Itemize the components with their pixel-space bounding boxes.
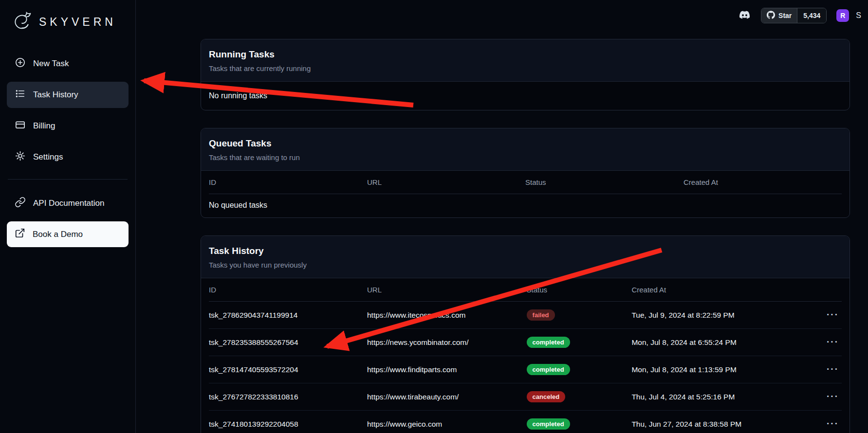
running-tasks-card: Running Tasks Tasks that are currently r… bbox=[201, 39, 850, 110]
task-history-table: ID URL Status Created At tsk_27862904374… bbox=[201, 278, 850, 433]
discord-icon bbox=[738, 10, 751, 21]
row-menu-button[interactable]: ··· bbox=[824, 365, 842, 374]
task-url: https://www.tirabeauty.com/ bbox=[367, 393, 527, 401]
github-star-segment: Star bbox=[761, 8, 797, 23]
brand: SKYVERN bbox=[0, 7, 135, 34]
content: Running Tasks Tasks that are currently r… bbox=[136, 31, 868, 433]
sidebar-item-api-documentation[interactable]: API Documentation bbox=[7, 190, 129, 216]
card-title: Task History bbox=[209, 246, 842, 256]
skyvern-dragon-logo-icon bbox=[12, 10, 34, 34]
sidebar-item-billing[interactable]: Billing bbox=[7, 113, 129, 139]
running-tasks-empty: No running tasks bbox=[201, 82, 850, 110]
user-avatar[interactable]: R bbox=[836, 9, 849, 22]
card-subtitle: Tasks that are currently running bbox=[209, 64, 842, 72]
row-menu-button[interactable]: ··· bbox=[824, 338, 842, 346]
col-created-at: Created At bbox=[683, 178, 842, 186]
col-created-at: Created At bbox=[631, 286, 821, 294]
row-menu-button[interactable]: ··· bbox=[824, 310, 842, 319]
task-url: https://www.itecosmetics.com bbox=[367, 311, 527, 320]
sidebar-item-new-task[interactable]: New Task bbox=[7, 51, 129, 77]
skyvern-app: SKYVERN New Task Task History bbox=[0, 0, 868, 433]
row-actions: ··· bbox=[821, 419, 842, 429]
col-url: URL bbox=[367, 286, 527, 294]
queued-tasks-card: Queued Tasks Tasks that are waiting to r… bbox=[201, 128, 850, 218]
sidebar-item-label: Task History bbox=[33, 90, 78, 100]
status-badge: completed bbox=[527, 418, 570, 430]
queued-tasks-table: ID URL Status Created At No queued tasks bbox=[201, 171, 850, 217]
row-actions: ··· bbox=[821, 392, 842, 401]
col-id: ID bbox=[209, 178, 367, 186]
task-id: tsk_278629043741199914 bbox=[209, 311, 367, 320]
table-row[interactable]: tsk_278147405593572204 https://www.findi… bbox=[209, 356, 842, 383]
card-title: Queued Tasks bbox=[209, 138, 842, 149]
col-status: Status bbox=[525, 178, 683, 186]
status-badge: failed bbox=[527, 309, 555, 321]
task-id: tsk_274180139292204058 bbox=[209, 420, 367, 429]
col-status: Status bbox=[527, 286, 632, 294]
row-actions: ··· bbox=[821, 310, 842, 320]
sidebar-item-label: Settings bbox=[33, 152, 63, 162]
task-created-at: Thu, Jun 27, 2024 at 8:38:58 PM bbox=[631, 420, 821, 429]
external-link-icon bbox=[15, 228, 25, 241]
task-created-at: Tue, Jul 9, 2024 at 8:22:59 PM bbox=[631, 311, 821, 320]
task-id: tsk_276727822333810816 bbox=[209, 393, 367, 401]
table-row[interactable]: tsk_278235388555267564 https://news.ycom… bbox=[209, 329, 842, 356]
sidebar: SKYVERN New Task Task History bbox=[0, 0, 136, 433]
github-icon bbox=[767, 11, 775, 20]
task-id: tsk_278235388555267564 bbox=[209, 338, 367, 347]
row-actions: ··· bbox=[821, 338, 842, 347]
book-a-demo-button[interactable]: Book a Demo bbox=[7, 221, 129, 247]
github-star-label: Star bbox=[778, 12, 792, 19]
status-badge-cell: completed bbox=[527, 364, 632, 375]
sidebar-item-settings[interactable]: Settings bbox=[7, 144, 129, 170]
row-actions: ··· bbox=[821, 365, 842, 374]
table-row[interactable]: tsk_278629043741199914 https://www.iteco… bbox=[209, 302, 842, 329]
status-badge-cell: failed bbox=[527, 309, 632, 321]
link-icon bbox=[15, 197, 26, 210]
task-created-at: Thu, Jul 4, 2024 at 5:25:16 PM bbox=[631, 393, 821, 401]
task-url: https://www.finditparts.com bbox=[367, 365, 527, 374]
brand-name: SKYVERN bbox=[39, 16, 116, 29]
user-label-partial: S bbox=[856, 11, 861, 20]
card-title: Running Tasks bbox=[209, 49, 842, 60]
status-badge-cell: completed bbox=[527, 337, 632, 348]
running-tasks-header: Running Tasks Tasks that are currently r… bbox=[201, 39, 850, 82]
credit-card-icon bbox=[15, 119, 26, 133]
gear-icon bbox=[15, 150, 26, 164]
col-id: ID bbox=[209, 286, 367, 294]
queued-tasks-header: Queued Tasks Tasks that are waiting to r… bbox=[201, 128, 850, 171]
list-icon bbox=[15, 88, 26, 102]
col-url: URL bbox=[367, 178, 525, 186]
sidebar-item-label: API Documentation bbox=[33, 198, 104, 208]
github-star-widget[interactable]: Star 5,434 bbox=[761, 8, 827, 23]
task-url: https://www.geico.com bbox=[367, 420, 527, 429]
card-subtitle: Tasks that are waiting to run bbox=[209, 153, 842, 162]
table-row[interactable]: tsk_276727822333810816 https://www.tirab… bbox=[209, 383, 842, 411]
table-header-row: ID URL Status Created At bbox=[209, 278, 842, 302]
table-header-row: ID URL Status Created At bbox=[209, 171, 842, 194]
sidebar-item-label: Billing bbox=[33, 121, 55, 131]
table-row[interactable]: tsk_274180139292204058 https://www.geico… bbox=[209, 411, 842, 433]
row-menu-button[interactable]: ··· bbox=[824, 419, 842, 428]
sidebar-item-task-history[interactable]: Task History bbox=[7, 82, 129, 108]
task-history-card: Task History Tasks you have run previous… bbox=[201, 235, 850, 433]
card-subtitle: Tasks you have run previously bbox=[209, 261, 842, 269]
task-created-at: Mon, Jul 8, 2024 at 1:13:59 PM bbox=[631, 365, 821, 374]
status-badge: completed bbox=[527, 364, 570, 375]
main-area: Star 5,434 R S Running Tasks Tasks that … bbox=[136, 0, 868, 433]
task-url: https://news.ycombinator.com/ bbox=[367, 338, 527, 347]
task-id: tsk_278147405593572204 bbox=[209, 365, 367, 374]
status-badge-cell: completed bbox=[527, 418, 632, 430]
task-history-header: Task History Tasks you have run previous… bbox=[201, 236, 850, 278]
status-badge-cell: canceled bbox=[527, 391, 632, 402]
discord-button[interactable] bbox=[738, 10, 751, 21]
status-badge: completed bbox=[527, 337, 570, 348]
book-a-demo-label: Book a Demo bbox=[33, 230, 83, 239]
queued-tasks-empty: No queued tasks bbox=[209, 194, 842, 217]
row-menu-button[interactable]: ··· bbox=[824, 392, 842, 401]
sidebar-divider bbox=[8, 179, 128, 180]
sidebar-nav: New Task Task History Billing bbox=[0, 51, 135, 170]
status-badge: canceled bbox=[527, 391, 566, 402]
github-star-count: 5,434 bbox=[797, 8, 826, 23]
sidebar-item-label: New Task bbox=[33, 59, 69, 69]
